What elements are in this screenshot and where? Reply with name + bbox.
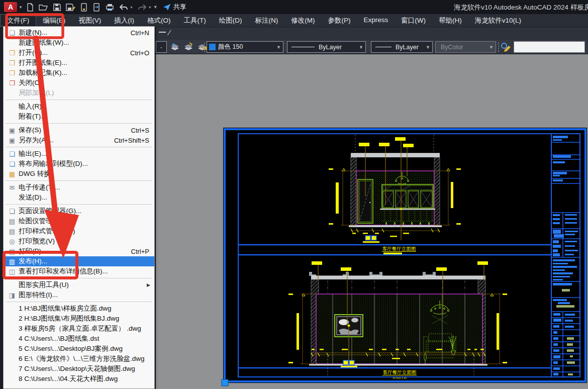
- file-menu-item[interactable]: ❏ 将布局输出到模型(D)...: [4, 159, 154, 169]
- menubar-item[interactable]: Express: [357, 14, 395, 27]
- file-menu-item[interactable]: ❒ 加载标记集(K)...: [4, 68, 154, 78]
- menubar-item[interactable]: 格式(O): [141, 14, 177, 27]
- file-menu-item[interactable]: ▤ 打印样式管理器(Y): [4, 226, 154, 236]
- save-icon[interactable]: [53, 3, 61, 12]
- layer-properties-icon[interactable]: [170, 42, 180, 52]
- chevron-down-icon: ▼: [356, 45, 363, 50]
- svg-text:SCALE 1:30: SCALE 1:30: [393, 376, 407, 379]
- lineweight-glyph: [375, 47, 391, 47]
- menubar-item[interactable]: 视图(V): [72, 14, 108, 27]
- slash-tool-icon[interactable]: ∕: [169, 28, 170, 37]
- line-tool-icon[interactable]: [159, 32, 166, 33]
- menubar-item[interactable]: 工具(T): [177, 14, 213, 27]
- file-menu-item[interactable]: 1 H:\BJ图纸集\样板房立面.dwg: [4, 304, 154, 314]
- color-combo[interactable]: 颜色 150 ▼: [207, 41, 283, 53]
- file-menu-item[interactable]: ◨ 图形特性(I)...: [4, 290, 154, 300]
- file-menu-item[interactable]: [4, 179, 154, 182]
- file-menu-item[interactable]: [4, 122, 154, 125]
- menu-item-icon: ▤: [7, 248, 17, 255]
- linetype-combo[interactable]: ByLayer ▼: [287, 41, 366, 53]
- menubar-item[interactable]: 参数(P): [322, 14, 357, 27]
- file-menu-item[interactable]: 新建图纸集(W)...: [4, 38, 154, 48]
- file-menu-item[interactable]: ◎ 打印预览(V): [4, 236, 154, 246]
- file-menu-item[interactable]: 输入(R)...: [4, 102, 154, 112]
- file-menu-item[interactable]: 7 C:\Users\...\Desktop\天花轴侧图.dwg: [4, 364, 154, 374]
- file-menu-item[interactable]: 6 E:\《海龙软件》\...\三维方形洗脸盆.dwg: [4, 354, 154, 364]
- selection-grip[interactable]: [222, 379, 228, 386]
- file-menu-item[interactable]: ❒ 关闭(C): [4, 78, 154, 88]
- file-menu-item[interactable]: 附着(T)...: [4, 112, 154, 122]
- print-icon[interactable]: [105, 3, 115, 12]
- file-menu-item[interactable]: 3 样板房5房（家具立面.卓艺配置） .dwg: [4, 324, 154, 334]
- export-sheet-icon[interactable]: [80, 3, 88, 12]
- toolbar-grip[interactable]: [204, 42, 206, 52]
- file-menu-item[interactable]: 局部加载(L): [4, 88, 154, 98]
- menubar-item[interactable]: 编辑(E): [36, 14, 72, 27]
- toolbar-text-input[interactable]: [514, 41, 585, 53]
- plotstyle-combo: ByColor ▼: [435, 41, 496, 53]
- undo-caret[interactable]: ▼: [130, 6, 133, 9]
- redo-caret[interactable]: ▼: [148, 6, 152, 9]
- menubar-item[interactable]: 插入(I): [108, 14, 141, 27]
- file-menu-item[interactable]: ▦ DWG 转换: [4, 169, 154, 179]
- menubar: 文件(F)编辑(E)视图(V)插入(I)格式(O)工具(T)绘图(D)标注(N)…: [0, 14, 588, 27]
- file-menu-item[interactable]: ❐ 打开图纸集(E)...: [4, 58, 154, 68]
- file-menu-item[interactable]: 2 H:\BJ图纸集\布局图纸集BJ.dwg: [4, 314, 154, 324]
- save-as-icon[interactable]: [66, 3, 75, 12]
- share-button[interactable]: 共享: [163, 3, 186, 12]
- plot-style-tool[interactable]: [500, 42, 512, 52]
- menu-item-icon: ▣: [7, 127, 17, 134]
- menubar-item[interactable]: 帮助(H): [432, 14, 468, 27]
- autocad-logo[interactable]: A: [4, 2, 17, 12]
- draw-toolbar-strip: ∕: [156, 27, 588, 40]
- file-menu-item[interactable]: [4, 203, 154, 206]
- make-layer-current-icon[interactable]: [183, 42, 194, 52]
- menu-item-icon: ✉: [7, 184, 17, 191]
- menubar-item[interactable]: 文件(F): [0, 14, 36, 27]
- menu-item-icon: ▤: [7, 218, 17, 225]
- file-menu-item[interactable]: ❏ 新建(N)... Ctrl+N: [4, 28, 154, 38]
- file-menu-item[interactable]: [4, 276, 154, 280]
- lineweight-combo[interactable]: ByLayer ▼: [371, 41, 433, 53]
- menubar-item[interactable]: 标注(N): [249, 14, 285, 27]
- file-menu-item[interactable]: 4 C:\Users\...\BJ图纸集.dst: [4, 334, 154, 344]
- logo-dropdown-caret[interactable]: ▼: [19, 5, 23, 10]
- menubar-item[interactable]: 海龙软件v10(L): [468, 14, 528, 27]
- undo-icon[interactable]: [119, 4, 128, 11]
- menu-item-icon: ▦: [7, 170, 17, 178]
- qat-overflow-caret[interactable]: ▼: [153, 5, 158, 10]
- menubar-item[interactable]: 窗口(W): [395, 14, 432, 27]
- file-menu-item[interactable]: 图形实用工具(U) ▶: [4, 280, 154, 290]
- transfer-icon[interactable]: [92, 3, 101, 12]
- file-menu-item[interactable]: ▤ 绘图仪管理器(M): [4, 216, 154, 226]
- file-menu-item[interactable]: [4, 98, 154, 102]
- menu-item-icon: ❏: [7, 160, 17, 168]
- file-menu-item[interactable]: ▥ 发布(H)...: [4, 256, 154, 266]
- file-menu-item[interactable]: [4, 300, 154, 304]
- chevron-down-icon: ▼: [486, 45, 494, 50]
- layer-previous-icon[interactable]: [197, 42, 208, 52]
- share-plane-icon: [163, 4, 171, 11]
- file-menu-item[interactable]: ❏ 输出(E)...: [4, 149, 154, 159]
- redo-icon[interactable]: [138, 4, 147, 11]
- file-menu-item[interactable]: ✉ 电子传递(T)...: [4, 182, 154, 192]
- file-menu-item[interactable]: 5 C:\Users\...\Desktop\BJ案例.dwg: [4, 344, 154, 354]
- file-menu-item[interactable]: ❏ 页面设置管理器(G)...: [4, 206, 154, 216]
- file-menu-item[interactable]: 发送(D)...: [4, 192, 154, 203]
- file-menu-item[interactable]: ❐ 打开(O)... Ctrl+O: [4, 48, 154, 58]
- drawing-area[interactable]: 客厅餐厅立面图: [156, 54, 588, 389]
- file-menu-item[interactable]: ▣ 保存(S) Ctrl+S: [4, 125, 154, 135]
- file-menu-item[interactable]: ▤ 打印(P) Ctrl+P: [4, 246, 154, 256]
- submenu-arrow-icon: ▶: [147, 282, 150, 287]
- menubar-item[interactable]: 绘图(D): [213, 14, 249, 27]
- menu-item-icon: ❒: [7, 69, 17, 77]
- new-file-icon[interactable]: [26, 3, 34, 12]
- file-menu-item[interactable]: 8 C:\Users\...\04.天花大样图.dwg: [4, 374, 154, 384]
- layer-combo-stub[interactable]: ⌄: [156, 41, 167, 53]
- file-menu-item[interactable]: ◫ 查看打印和发布详细信息(B)...: [4, 266, 154, 276]
- open-icon[interactable]: [39, 3, 48, 12]
- menu-item-icon: ▣: [7, 137, 17, 144]
- menubar-item[interactable]: 修改(M): [284, 14, 321, 27]
- file-menu-item[interactable]: ▣ 另存为(A)... Ctrl+Shift+S: [4, 135, 154, 145]
- file-menu-item[interactable]: [4, 145, 154, 149]
